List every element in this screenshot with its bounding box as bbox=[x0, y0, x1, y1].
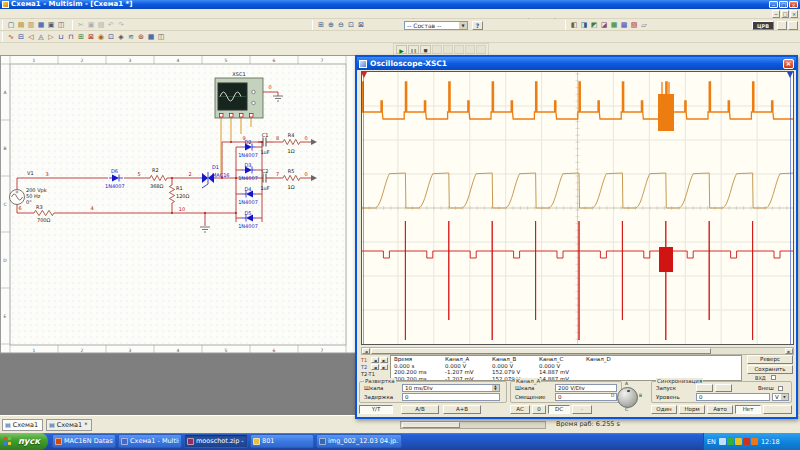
zoom-out-icon[interactable]: ⊖ bbox=[336, 20, 346, 30]
scrollbar-thumb[interactable] bbox=[402, 422, 460, 428]
channel-selector-knob[interactable] bbox=[617, 387, 638, 408]
taskbar-task[interactable]: mooschot.zip - WinRAR bbox=[184, 434, 248, 448]
ext-input-checkbox[interactable] bbox=[771, 375, 776, 380]
diode-group-icon[interactable]: ◁ bbox=[26, 32, 36, 42]
sim-extra-button-3[interactable] bbox=[454, 45, 464, 54]
scroll-thumb[interactable] bbox=[371, 348, 711, 354]
mdi-restore-button[interactable]: □ bbox=[781, 10, 789, 18]
rf-group-icon[interactable]: ≋ bbox=[126, 32, 136, 42]
analog-group-icon[interactable]: ▷ bbox=[46, 32, 56, 42]
trigger-extra-button[interactable] bbox=[763, 405, 792, 414]
language-indicator[interactable]: EN bbox=[707, 438, 716, 446]
cursor-t2-handle[interactable] bbox=[787, 72, 793, 78]
zoom-area-icon[interactable]: ⊡ bbox=[346, 20, 356, 30]
redo-icon[interactable]: ↷ bbox=[116, 20, 126, 30]
trigger-auto-button[interactable]: Авто bbox=[707, 405, 733, 414]
zoom-fit-icon[interactable]: ⊠ bbox=[356, 20, 366, 30]
mcu-group-icon[interactable]: ▦ bbox=[146, 32, 156, 42]
indicator-group-icon[interactable]: ◉ bbox=[96, 32, 106, 42]
new-icon[interactable]: ▢ bbox=[6, 20, 16, 30]
oscilloscope-window[interactable]: Oscilloscope-XSC1 × ◄ ► T1 ◄ ► T2 ◄ ► T2… bbox=[355, 55, 798, 419]
horizontal-scrollbar[interactable] bbox=[400, 421, 546, 429]
print-preview-icon[interactable]: ◫ bbox=[56, 20, 66, 30]
power-group-icon[interactable]: ⊡ bbox=[106, 32, 116, 42]
usb-toolbar-button[interactable]: ЦРВ bbox=[752, 21, 774, 30]
taskbar-task[interactable]: Схема1 - Multisim - [... bbox=[118, 434, 182, 448]
coupling-off-button[interactable]: - bbox=[572, 405, 592, 414]
reverse-button[interactable]: Реверс bbox=[747, 355, 793, 364]
mixed-group-icon[interactable]: ⊠ bbox=[86, 32, 96, 42]
sim-extra-button-2[interactable] bbox=[443, 45, 453, 54]
misc-group-icon[interactable]: ◈ bbox=[116, 32, 126, 42]
oscilloscope-component[interactable] bbox=[215, 78, 263, 118]
spinner-icon[interactable]: ▲▼ bbox=[492, 385, 499, 391]
grapher-icon[interactable]: ▦ bbox=[609, 20, 619, 30]
trigger-single-button[interactable]: Один bbox=[651, 405, 677, 414]
save-icon[interactable]: ▦ bbox=[36, 20, 46, 30]
timebase-pos-field[interactable]: 0 bbox=[402, 393, 500, 401]
mode-apb-button[interactable]: А+В bbox=[443, 405, 481, 414]
trigger-none-button[interactable]: Нет bbox=[735, 405, 761, 414]
design-toolbox-icon[interactable]: ◧ bbox=[569, 20, 579, 30]
copy-icon[interactable]: ▣ bbox=[86, 20, 96, 30]
taskbar-task[interactable]: 801 bbox=[250, 434, 314, 448]
sim-extra-button-4[interactable] bbox=[465, 45, 475, 54]
spreadsheet-view-icon[interactable]: ◨ bbox=[579, 20, 589, 30]
cursor-t2-left-button[interactable]: ◄ bbox=[371, 364, 379, 370]
mode-yt-button[interactable]: Y/T bbox=[359, 405, 393, 414]
extra-toolbar-button-1[interactable] bbox=[777, 21, 787, 30]
extra-toolbar-button-2[interactable] bbox=[788, 21, 798, 30]
oscilloscope-title-bar[interactable]: Oscilloscope-XSC1 × bbox=[357, 57, 796, 70]
erc-icon[interactable]: ▧ bbox=[629, 20, 639, 30]
tray-green-icon[interactable] bbox=[727, 438, 734, 445]
mode-ab-button[interactable]: А/В bbox=[401, 405, 439, 414]
trigger-edge-rising-button[interactable] bbox=[696, 384, 713, 392]
pause-simulation-button[interactable]: ❚❚ bbox=[408, 45, 419, 54]
basic-group-icon[interactable]: ⊟ bbox=[16, 32, 26, 42]
cursor-t1-right-button[interactable]: ► bbox=[380, 357, 388, 363]
trigger-unit-dropdown[interactable]: V▼ bbox=[772, 393, 789, 401]
cursor-t1-handle[interactable] bbox=[362, 72, 367, 78]
mdi-minimize-button[interactable]: − bbox=[772, 10, 780, 18]
dropdown-icon[interactable]: ▼ bbox=[781, 394, 788, 400]
tray-red-icon[interactable] bbox=[743, 438, 750, 445]
trigger-edge-falling-button[interactable] bbox=[715, 384, 732, 392]
open-icon[interactable]: ▤ bbox=[16, 20, 26, 30]
oscilloscope-close-button[interactable]: × bbox=[783, 59, 794, 69]
open-sample-icon[interactable]: ▥ bbox=[26, 20, 36, 30]
oscilloscope-scrollbar[interactable]: ◄ ► bbox=[361, 347, 794, 355]
database-icon[interactable]: ◩ bbox=[589, 20, 599, 30]
start-button[interactable]: пуск bbox=[0, 433, 48, 450]
sheet-tab-2[interactable]: ▤Схема1 * bbox=[46, 419, 92, 431]
region-icon[interactable]: ▱ bbox=[639, 20, 649, 30]
ttl-group-icon[interactable]: ⊔ bbox=[56, 32, 66, 42]
taskbar-task[interactable]: MAC16N Datasheet /... bbox=[52, 434, 116, 448]
volume-icon[interactable] bbox=[719, 438, 726, 445]
postprocessor-icon[interactable]: ▩ bbox=[619, 20, 629, 30]
ac-source-symbol[interactable] bbox=[10, 190, 25, 205]
sim-extra-button-5[interactable] bbox=[476, 45, 486, 54]
scroll-left-button[interactable]: ◄ bbox=[362, 348, 370, 354]
cursor-t1-left-button[interactable]: ◄ bbox=[371, 357, 379, 363]
sheet-tab-1[interactable]: ▤Схема1 bbox=[2, 419, 43, 431]
misc-digital-group-icon[interactable]: ⊞ bbox=[76, 32, 86, 42]
cmos-group-icon[interactable]: ⊓ bbox=[66, 32, 76, 42]
schematic-canvas[interactable]: 11223344556677ABCDEXSC10V13200 Vpk50 Hz0… bbox=[0, 55, 356, 355]
combo-dropdown-icon[interactable]: ▼ bbox=[459, 22, 467, 29]
cut-icon[interactable]: ✂ bbox=[76, 20, 86, 30]
coupling-ac-button[interactable]: AC bbox=[510, 405, 530, 414]
undo-icon[interactable]: ↶ bbox=[106, 20, 116, 30]
trigger-normal-button[interactable]: Норм bbox=[679, 405, 705, 414]
oscilloscope-display[interactable] bbox=[361, 71, 794, 345]
help-button[interactable]: ? bbox=[472, 21, 483, 30]
sim-extra-button-1[interactable] bbox=[432, 45, 442, 54]
stop-simulation-button[interactable]: ◼ bbox=[420, 45, 431, 54]
close-button[interactable]: × bbox=[789, 1, 798, 8]
trigger-ext-checkbox[interactable] bbox=[778, 386, 783, 391]
maximize-button[interactable]: □ bbox=[779, 1, 788, 8]
in-use-list-combo[interactable]: -- Состав -- ▼ bbox=[404, 21, 468, 30]
mdi-close-button[interactable]: × bbox=[790, 10, 798, 18]
cursor-t2-right-button[interactable]: ► bbox=[380, 364, 388, 370]
schematic-workspace[interactable]: 11223344556677ABCDEXSC10V13200 Vpk50 Hz0… bbox=[0, 55, 356, 415]
paste-icon[interactable]: ▨ bbox=[96, 20, 106, 30]
